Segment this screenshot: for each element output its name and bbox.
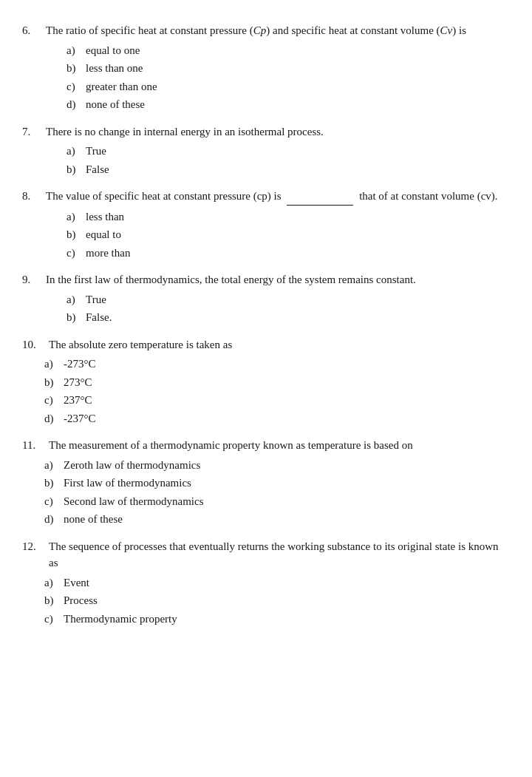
option-11a-text: Zeroth law of thermodynamics — [64, 457, 200, 474]
option-8c-label: c) — [66, 245, 83, 262]
option-10c: c) 237°C — [44, 392, 510, 409]
option-10b: b) 273°C — [44, 374, 510, 391]
option-6c-label: c) — [66, 78, 83, 95]
question-7-number: 7. — [22, 123, 43, 140]
option-9b: b) False. — [66, 309, 510, 326]
option-10a: a) -273°C — [44, 356, 510, 373]
option-10d-label: d) — [44, 410, 61, 427]
option-9b-label: b) — [66, 309, 83, 326]
option-12a: a) Event — [44, 574, 510, 591]
question-10-options: a) -273°C b) 273°C c) 237°C d) -237°C — [44, 356, 510, 427]
option-12b-label: b) — [44, 592, 61, 609]
option-6d-label: d) — [66, 96, 83, 113]
option-6a-text: equal to one — [86, 42, 140, 59]
option-8c-text: more than — [86, 245, 130, 262]
option-12c: c) Thermodynamic property — [44, 611, 510, 628]
option-12b: b) Process — [44, 592, 510, 609]
option-8b: b) equal to — [66, 226, 510, 243]
option-8a: a) less than — [66, 208, 510, 225]
option-8b-label: b) — [66, 226, 83, 243]
option-7a-label: a) — [66, 143, 83, 160]
option-11d-text: none of these — [64, 511, 123, 528]
question-7: 7. There is no change in internal energy… — [22, 123, 510, 178]
question-11-body: The measurement of a thermodynamic prope… — [49, 437, 510, 454]
option-9a-label: a) — [66, 291, 83, 308]
option-12a-label: a) — [44, 574, 61, 591]
option-11a-label: a) — [44, 457, 61, 474]
option-12c-text: Thermodynamic property — [64, 611, 177, 628]
question-12: 12. The sequence of processes that event… — [22, 538, 510, 628]
option-9a: a) True — [66, 291, 510, 308]
question-9-text: 9. In the first law of thermodynamics, t… — [22, 271, 510, 288]
option-10b-label: b) — [44, 374, 61, 391]
question-10-number: 10. — [22, 336, 46, 353]
option-8b-text: equal to — [86, 226, 121, 243]
option-10d: d) -237°C — [44, 410, 510, 427]
question-9-options: a) True b) False. — [66, 291, 510, 326]
question-10-body: The absolute zero temperature is taken a… — [49, 336, 510, 353]
question-11: 11. The measurement of a thermodynamic p… — [22, 437, 510, 528]
option-6c: c) greater than one — [66, 78, 510, 95]
question-7-options: a) True b) False — [66, 143, 510, 177]
question-6-number: 6. — [22, 22, 43, 39]
question-6-text: 6. The ratio of specific heat at constan… — [22, 22, 510, 39]
option-6c-text: greater than one — [86, 78, 157, 95]
option-12b-text: Process — [64, 592, 98, 609]
option-8c: c) more than — [66, 245, 510, 262]
option-11a: a) Zeroth law of thermodynamics — [44, 457, 510, 474]
option-8a-text: less than — [86, 208, 124, 225]
question-9: 9. In the first law of thermodynamics, t… — [22, 271, 510, 326]
option-7a-text: True — [86, 143, 106, 160]
option-12c-label: c) — [44, 611, 61, 628]
question-12-options: a) Event b) Process c) Thermodynamic pro… — [44, 574, 510, 628]
option-9b-text: False. — [86, 309, 112, 326]
option-6d-text: none of these — [86, 96, 145, 113]
question-9-number: 9. — [22, 271, 43, 288]
question-8: 8. The value of specific heat at constan… — [22, 188, 510, 261]
option-9a-text: True — [86, 291, 106, 308]
option-10a-text: -273°C — [64, 356, 96, 373]
option-6b-label: b) — [66, 60, 83, 77]
option-6d: d) none of these — [66, 96, 510, 113]
question-7-body: There is no change in internal energy in… — [46, 123, 510, 140]
option-11b-text: First law of thermodynamics — [64, 475, 191, 492]
option-6a: a) equal to one — [66, 42, 510, 59]
option-11c-label: c) — [44, 493, 61, 510]
option-8a-label: a) — [66, 208, 83, 225]
blank-8 — [287, 188, 353, 206]
question-7-text: 7. There is no change in internal energy… — [22, 123, 510, 140]
option-11d-label: d) — [44, 511, 61, 528]
question-12-body: The sequence of processes that eventuall… — [49, 538, 510, 571]
question-12-text: 12. The sequence of processes that event… — [22, 538, 510, 571]
option-11d: d) none of these — [44, 511, 510, 528]
question-8-body: The value of specific heat at constant p… — [46, 188, 510, 206]
question-11-number: 11. — [22, 437, 46, 454]
question-6-body: The ratio of specific heat at constant p… — [46, 22, 510, 39]
question-8-number: 8. — [22, 188, 43, 206]
option-6a-label: a) — [66, 42, 83, 59]
option-11c: c) Second law of thermodynamics — [44, 493, 510, 510]
option-10d-text: -237°C — [64, 410, 96, 427]
question-10: 10. The absolute zero temperature is tak… — [22, 336, 510, 427]
option-10a-label: a) — [44, 356, 61, 373]
question-6-options: a) equal to one b) less than one c) grea… — [66, 42, 510, 113]
question-9-body: In the first law of thermodynamics, the … — [46, 271, 510, 288]
option-7b-text: False — [86, 161, 109, 178]
option-11b: b) First law of thermodynamics — [44, 475, 510, 492]
option-10c-label: c) — [44, 392, 61, 409]
option-12a-text: Event — [64, 574, 89, 591]
question-11-text: 11. The measurement of a thermodynamic p… — [22, 437, 510, 454]
option-7b: b) False — [66, 161, 510, 178]
option-6b: b) less than one — [66, 60, 510, 77]
question-6: 6. The ratio of specific heat at constan… — [22, 22, 510, 113]
option-6b-text: less than one — [86, 60, 143, 77]
option-7b-label: b) — [66, 161, 83, 178]
question-12-number: 12. — [22, 538, 46, 571]
question-10-text: 10. The absolute zero temperature is tak… — [22, 336, 510, 353]
question-8-text: 8. The value of specific heat at constan… — [22, 188, 510, 206]
option-10b-text: 273°C — [64, 374, 92, 391]
option-11c-text: Second law of thermodynamics — [64, 493, 204, 510]
question-11-options: a) Zeroth law of thermodynamics b) First… — [44, 457, 510, 528]
question-8-options: a) less than b) equal to c) more than — [66, 208, 510, 262]
option-7a: a) True — [66, 143, 510, 160]
